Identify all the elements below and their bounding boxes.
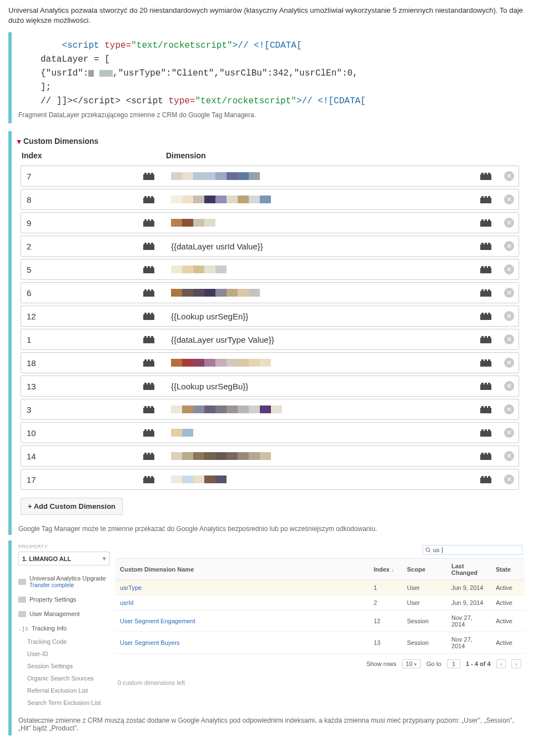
dimension-row[interactable]: 9✕ — [21, 212, 519, 233]
nav-sub-item[interactable]: Search Term Exclusion List — [18, 697, 110, 709]
nav-sub-item[interactable]: Referral Exclusion List — [18, 684, 110, 697]
th-changed[interactable]: Last Changed — [447, 559, 491, 580]
close-icon[interactable]: ✕ — [504, 358, 514, 368]
close-icon[interactable]: ✕ — [504, 241, 514, 251]
dimension-value-hidden — [171, 359, 472, 367]
th-scope[interactable]: Scope — [403, 559, 447, 580]
table-row[interactable]: User Segment Buyers13SessionNov 27, 2014… — [115, 632, 525, 654]
dimension-row[interactable]: 5✕ — [21, 259, 519, 280]
svg-rect-58 — [148, 336, 150, 339]
dimension-index: 7 — [21, 172, 132, 181]
table-row[interactable]: User Segment Engagement12SessionNov 27, … — [115, 610, 525, 632]
add-custom-dimension-button[interactable]: + Add Custom Dimension — [21, 498, 123, 515]
nav-tracking-info[interactable]: .jsTracking Info — [18, 621, 110, 635]
property-select[interactable]: 1. LIMANGO ALL ▾ — [18, 552, 110, 565]
svg-rect-105 — [144, 476, 147, 479]
close-icon[interactable]: ✕ — [504, 474, 514, 484]
dimensions-left-note: 0 custom dimensions left — [115, 674, 525, 686]
custom-dimensions-block: ▾Custom Dimensions Index Dimension 7✕8✕9… — [8, 131, 525, 535]
svg-rect-82 — [148, 406, 150, 409]
svg-rect-111 — [488, 476, 490, 479]
table-row[interactable]: usrType1UserJun 9, 2014Active — [115, 580, 525, 595]
close-icon[interactable]: ✕ — [504, 264, 514, 274]
close-icon[interactable]: ✕ — [504, 381, 514, 391]
dimension-row[interactable]: 12{{Lookup usrSegEn}}✕ — [21, 306, 519, 327]
svg-rect-57 — [144, 336, 147, 339]
nav-sub-item[interactable]: Organic Search Sources — [18, 672, 110, 684]
search-input[interactable]: us — [423, 545, 522, 555]
nav-ua-upgrade[interactable]: Universal Analytics Upgrade Transfer com… — [18, 571, 110, 592]
custom-dimensions-header[interactable]: ▾Custom Dimensions — [17, 134, 522, 149]
svg-rect-73 — [144, 383, 147, 385]
dimension-row[interactable]: 10✕ — [21, 422, 519, 443]
dimension-row[interactable]: 18✕ — [21, 352, 519, 373]
close-icon[interactable]: ✕ — [504, 451, 514, 461]
brick-icon — [480, 312, 491, 320]
dimension-name-link[interactable]: usrId — [120, 599, 133, 606]
brick-icon — [143, 429, 154, 437]
brick-icon — [480, 382, 491, 390]
th-state[interactable]: State — [491, 559, 525, 580]
nav-sub-item[interactable]: Session Settings — [18, 660, 110, 672]
dimension-index: 9 — [21, 218, 132, 228]
dimension-row[interactable]: 7✕ — [21, 166, 519, 187]
th-name[interactable]: Custom Dimension Name — [115, 559, 369, 580]
svg-rect-43 — [151, 289, 153, 292]
ga-caption: Ostatecznie zmienne z CRM muszą zostać d… — [15, 713, 525, 734]
brick-icon — [480, 289, 491, 297]
dimension-row[interactable]: 1{{dataLayer usrType Value}}✕ — [21, 329, 519, 350]
dimension-row[interactable]: 13{{Lookup usrSegBu}}✕ — [21, 376, 519, 397]
svg-rect-110 — [485, 476, 487, 479]
svg-rect-78 — [485, 383, 487, 385]
pager-rows-select[interactable]: 10 ▾ — [402, 659, 421, 668]
svg-rect-7 — [488, 173, 490, 176]
pager-next[interactable]: › — [511, 659, 521, 668]
th-index[interactable]: Index ↓ — [369, 559, 403, 580]
close-icon[interactable]: ✕ — [504, 194, 514, 204]
svg-rect-14 — [485, 196, 487, 199]
svg-rect-63 — [488, 336, 490, 339]
dimension-row[interactable]: 3✕ — [21, 399, 519, 420]
col-index-header: Index — [22, 151, 166, 160]
close-icon[interactable]: ✕ — [504, 288, 514, 298]
dimension-row[interactable]: 8✕ — [21, 189, 519, 210]
dimension-index: 1 — [21, 335, 132, 344]
close-icon[interactable]: ✕ — [504, 428, 514, 438]
table-row[interactable]: usrId2UserJun 9, 2014Active — [115, 595, 525, 610]
dimension-value-hidden — [171, 219, 472, 227]
brick-icon — [143, 312, 154, 320]
dimension-value-hidden — [171, 196, 472, 203]
svg-rect-66 — [148, 359, 150, 362]
nav-sub-item[interactable]: Tracking Code — [18, 635, 110, 648]
nav-sub-item[interactable]: User-ID — [18, 648, 110, 660]
close-icon[interactable]: ✕ — [504, 218, 514, 228]
dimension-name-link[interactable]: usrType — [120, 584, 142, 591]
svg-rect-94 — [485, 429, 487, 432]
upgrade-icon — [18, 579, 26, 585]
brick-icon — [143, 289, 154, 297]
dimension-row[interactable]: 6✕ — [21, 282, 519, 303]
dimension-index: 13 — [21, 382, 132, 391]
svg-rect-89 — [144, 429, 147, 432]
pager-prev[interactable]: ‹ — [496, 659, 506, 668]
brick-icon — [143, 405, 154, 413]
dimension-row[interactable]: 2{{dataLayer usrId Value}}✕ — [21, 236, 519, 257]
dimension-row[interactable]: 14✕ — [21, 445, 519, 467]
dimension-name-link[interactable]: User Segment Buyers — [120, 639, 180, 646]
close-icon[interactable]: ✕ — [504, 311, 514, 321]
dimension-row[interactable]: 17✕ — [21, 469, 519, 490]
svg-rect-25 — [144, 243, 147, 246]
svg-rect-90 — [148, 429, 150, 432]
dimension-name-link[interactable]: User Segment Engagement — [120, 618, 195, 624]
gtm-caption: Google Tag Manager może te zmienne przek… — [15, 522, 525, 535]
nav-property-settings[interactable]: Property Settings — [18, 592, 110, 607]
pager-goto-input[interactable]: 1 — [447, 659, 460, 668]
users-icon — [18, 611, 26, 617]
svg-rect-59 — [151, 336, 153, 339]
brick-icon — [143, 266, 154, 273]
close-icon[interactable]: ✕ — [504, 404, 514, 414]
close-icon[interactable]: ✕ — [504, 334, 514, 344]
close-icon[interactable]: ✕ — [504, 171, 514, 181]
svg-rect-39 — [488, 266, 490, 269]
nav-user-management[interactable]: User Management — [18, 607, 110, 621]
